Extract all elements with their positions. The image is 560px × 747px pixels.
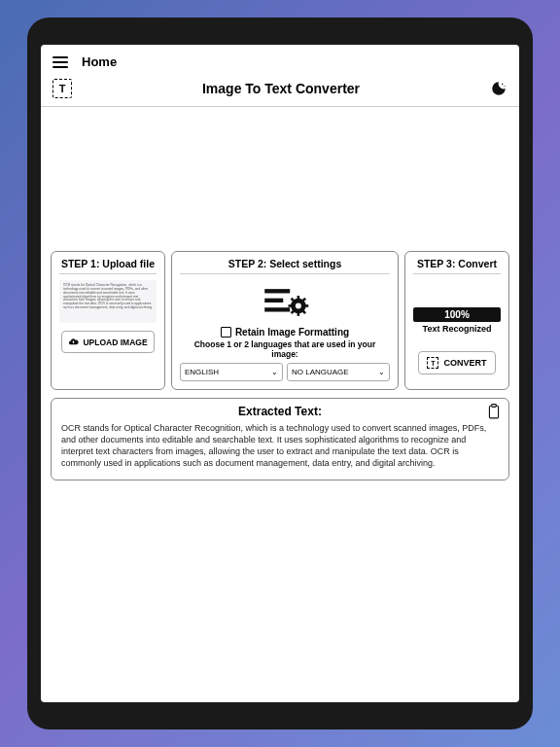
svg-rect-4 (264, 307, 290, 311)
image-preview: OCR stands for Optical Character Recogni… (59, 280, 157, 323)
svg-point-1 (504, 86, 505, 87)
svg-rect-2 (264, 289, 290, 293)
title-bar: T Image To Text Converter (41, 75, 519, 107)
step2-box: STEP 2: Select settings (171, 251, 399, 390)
svg-rect-10 (304, 304, 308, 307)
language-selects: ENGLISH ⌄ NO LANGUAGE ⌄ (180, 363, 390, 381)
chevron-down-icon: ⌄ (378, 368, 385, 376)
cloud-upload-icon (68, 337, 79, 347)
spacer (51, 115, 509, 251)
svg-point-0 (502, 84, 504, 86)
steps-row: STEP 1: Upload file OCR stands for Optic… (51, 251, 509, 390)
svg-rect-9 (288, 304, 292, 307)
content-area: STEP 1: Upload file OCR stands for Optic… (41, 107, 519, 702)
home-label: Home (82, 54, 117, 69)
step3-box: STEP 3: Convert 100% Text Recognized T C… (404, 251, 509, 390)
chevron-down-icon: ⌄ (271, 368, 278, 376)
top-bar: Home (41, 45, 519, 75)
language-1-value: ENGLISH (185, 368, 219, 376)
text-icon: T (427, 357, 438, 369)
app-logo-icon: T (52, 79, 72, 98)
convert-button-label: CONVERT (443, 358, 486, 368)
settings-icon (260, 280, 310, 325)
extracted-text-box: Extracted Text: OCR stands for Optical C… (51, 398, 509, 480)
retain-label: Retain Image Formatting (235, 327, 349, 338)
language-select-1[interactable]: ENGLISH ⌄ (180, 363, 283, 381)
upload-image-button[interactable]: UPLOAD IMAGE (61, 331, 154, 353)
upload-button-label: UPLOAD IMAGE (83, 338, 147, 347)
extracted-text: OCR stands for Optical Character Recogni… (61, 422, 499, 470)
recognized-label: Text Recognized (423, 324, 492, 334)
step2-title: STEP 2: Select settings (180, 258, 390, 274)
progress-bar: 100% (413, 307, 501, 322)
svg-rect-8 (298, 312, 300, 316)
svg-rect-15 (489, 406, 498, 418)
retain-formatting-row[interactable]: Retain Image Formatting (221, 327, 349, 338)
app-screen: Home T Image To Text Converter STEP 1: U… (41, 45, 519, 702)
language-2-value: NO LANGUAGE (292, 368, 349, 376)
dark-mode-icon[interactable] (490, 80, 508, 97)
svg-rect-16 (492, 405, 497, 408)
copy-icon[interactable] (487, 404, 501, 419)
retain-checkbox[interactable] (221, 327, 231, 338)
step3-title: STEP 3: Convert (413, 258, 501, 274)
svg-rect-3 (264, 299, 283, 302)
tablet-frame: Home T Image To Text Converter STEP 1: U… (27, 18, 533, 729)
language-hint: Choose 1 or 2 languages that are used in… (180, 339, 390, 359)
svg-rect-7 (298, 296, 300, 300)
convert-button[interactable]: T CONVERT (418, 351, 495, 374)
language-select-2[interactable]: NO LANGUAGE ⌄ (287, 363, 390, 381)
extracted-title: Extracted Text: (61, 405, 499, 418)
svg-point-6 (296, 302, 301, 308)
page-title: Image To Text Converter (72, 81, 490, 96)
menu-icon[interactable] (52, 56, 68, 68)
step1-box: STEP 1: Upload file OCR stands for Optic… (51, 251, 165, 390)
step1-title: STEP 1: Upload file (59, 258, 157, 274)
